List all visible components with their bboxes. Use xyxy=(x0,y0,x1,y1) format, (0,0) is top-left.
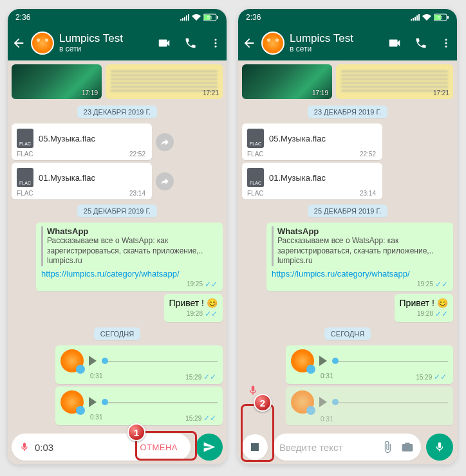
svg-point-4 xyxy=(215,39,217,41)
file-type-icon: FLAC xyxy=(17,129,33,148)
media-thumb[interactable]: 17:19 xyxy=(242,64,332,99)
svg-text:51: 51 xyxy=(438,15,443,20)
svg-text:51: 51 xyxy=(207,15,212,20)
contact-status: в сети xyxy=(290,45,382,53)
voice-avatar xyxy=(61,390,84,414)
menu-icon[interactable] xyxy=(440,37,452,49)
wifi-icon xyxy=(192,14,201,21)
file-type-icon: FLAC xyxy=(17,168,33,187)
file-name: 05.Музыка.flac xyxy=(39,134,95,143)
text-input[interactable]: Введите текст xyxy=(273,434,421,461)
file-bubble[interactable]: FLAC05.Музыка.flac FLAC22:52 xyxy=(242,124,382,160)
input-placeholder: Введите текст xyxy=(279,442,375,453)
read-ticks-icon: ✓✓ xyxy=(435,309,448,318)
play-button[interactable] xyxy=(319,356,327,366)
contact-title[interactable]: Lumpics Test в сети xyxy=(290,33,382,53)
voice-waveform[interactable] xyxy=(102,396,218,408)
file-type-icon: FLAC xyxy=(247,129,264,148)
stop-recording-button[interactable] xyxy=(242,434,268,460)
recording-bar: 0:03 ОТМЕНА xyxy=(8,430,227,464)
link-title: WhatsApp xyxy=(277,226,448,236)
media-thumb[interactable]: 17:21 xyxy=(106,64,223,99)
voice-waveform[interactable] xyxy=(102,355,218,367)
voice-call-icon[interactable] xyxy=(415,37,427,50)
chat-header: Lumpics Test в сети xyxy=(8,26,227,60)
video-call-icon[interactable] xyxy=(387,36,402,50)
svg-point-6 xyxy=(215,46,217,48)
send-button[interactable] xyxy=(196,434,223,461)
voice-message[interactable]: 0:31 xyxy=(286,387,453,425)
contact-name: Lumpics Test xyxy=(59,33,152,45)
svg-rect-2 xyxy=(217,16,218,19)
read-ticks-icon: ✓✓ xyxy=(434,372,447,381)
voice-message[interactable]: 0:3115:29 ✓✓ xyxy=(55,345,223,384)
chat-header: Lumpics Test в сети xyxy=(238,26,457,60)
voice-message[interactable]: 0:3115:29 ✓✓ xyxy=(55,387,223,425)
contact-avatar[interactable] xyxy=(261,32,284,55)
cancel-button[interactable]: ОТМЕНА xyxy=(135,439,183,456)
forward-button[interactable] xyxy=(156,172,174,190)
link-url[interactable]: https://lumpics.ru/category/whatsapp/ xyxy=(41,269,218,279)
voice-avatar xyxy=(291,390,314,414)
svg-point-12 xyxy=(445,42,447,44)
read-ticks-icon: ✓✓ xyxy=(205,309,218,318)
link-message[interactable]: WhatsApp Рассказываем все о WatsApp: как… xyxy=(266,223,453,291)
file-message: FLAC01.Музыка.flac FLAC23:14 xyxy=(12,163,223,199)
voice-call-icon[interactable] xyxy=(184,37,197,50)
contact-name: Lumpics Test xyxy=(290,33,382,45)
voice-message[interactable]: 0:3115:29 ✓✓ xyxy=(286,345,453,384)
forward-button[interactable] xyxy=(156,133,174,151)
smile-emoji-icon: 😊 xyxy=(437,298,448,308)
play-button[interactable] xyxy=(89,356,97,366)
contact-avatar[interactable] xyxy=(31,32,54,55)
message-text: Привет ! xyxy=(169,298,204,308)
file-bubble[interactable]: FLAC01.Музыка.flac FLAC23:14 xyxy=(12,163,152,199)
date-separator: СЕГОДНЯ xyxy=(324,327,371,340)
status-icons: 51 xyxy=(411,14,449,21)
link-message[interactable]: WhatsApp Рассказываем все о WatsApp: как… xyxy=(36,223,223,291)
voice-waveform[interactable] xyxy=(332,396,448,408)
text-message[interactable]: Привет ! 😊 19:28✓✓ xyxy=(395,294,453,322)
back-button[interactable] xyxy=(12,36,26,50)
phone-screenshot-2: 2:36 51 Lumpics Test в сети 17:19 17:21 … xyxy=(238,9,457,464)
file-bubble[interactable]: FLAC01.Музыка.flac FLAC23:14 xyxy=(242,163,382,199)
voice-waveform[interactable] xyxy=(332,355,448,367)
media-thumb[interactable]: 17:19 xyxy=(12,64,102,99)
file-bubble[interactable]: FLAC05.Музыка.flac FLAC22:52 xyxy=(12,124,152,160)
link-url[interactable]: https://lumpics.ru/category/whatsapp/ xyxy=(272,269,448,279)
chat-body[interactable]: 17:19 17:21 23 ДЕКАБРЯ 2019 Г. FLAC05.Му… xyxy=(238,60,457,430)
link-desc: Рассказываем все о WatsApp: как зарегист… xyxy=(277,236,448,256)
signal-icon xyxy=(180,14,189,21)
play-button[interactable] xyxy=(89,397,97,407)
date-separator: 23 ДЕКАБРЯ 2019 Г. xyxy=(308,105,387,118)
file-type-icon: FLAC xyxy=(247,168,264,187)
stop-icon xyxy=(251,443,259,451)
media-thumb[interactable]: 17:21 xyxy=(336,64,453,99)
contact-title[interactable]: Lumpics Test в сети xyxy=(59,33,152,53)
message-text: Привет ! xyxy=(400,298,434,308)
attach-icon[interactable] xyxy=(381,441,394,453)
text-message[interactable]: Привет ! 😊 19:28✓✓ xyxy=(164,294,223,322)
video-call-icon[interactable] xyxy=(157,36,171,50)
link-domain: lumpics.ru xyxy=(277,256,448,266)
menu-icon[interactable] xyxy=(210,37,221,49)
chat-body[interactable]: 17:19 17:21 23 ДЕКАБРЯ 2019 Г. FLAC05.Му… xyxy=(8,60,227,430)
mic-button[interactable] xyxy=(426,434,453,461)
link-domain: lumpics.ru xyxy=(47,256,218,266)
link-desc: Рассказываем все о WatsApp: как зарегист… xyxy=(47,236,218,256)
wifi-icon xyxy=(422,14,431,21)
play-button[interactable] xyxy=(319,397,327,407)
date-separator: СЕГОДНЯ xyxy=(94,327,140,340)
signal-icon xyxy=(411,14,420,21)
back-button[interactable] xyxy=(242,36,256,50)
status-bar: 2:36 51 xyxy=(8,9,227,26)
annotation-badge: 2 xyxy=(254,394,272,412)
svg-point-13 xyxy=(445,46,447,48)
read-ticks-icon: ✓✓ xyxy=(203,372,216,381)
mic-icon xyxy=(19,441,30,453)
camera-icon[interactable] xyxy=(400,441,415,453)
status-icons: 51 xyxy=(180,14,219,21)
date-separator: 25 ДЕКАБРЯ 2019 Г. xyxy=(77,205,157,217)
file-name: 05.Музыка.flac xyxy=(269,134,326,143)
battery-icon: 51 xyxy=(203,14,219,21)
